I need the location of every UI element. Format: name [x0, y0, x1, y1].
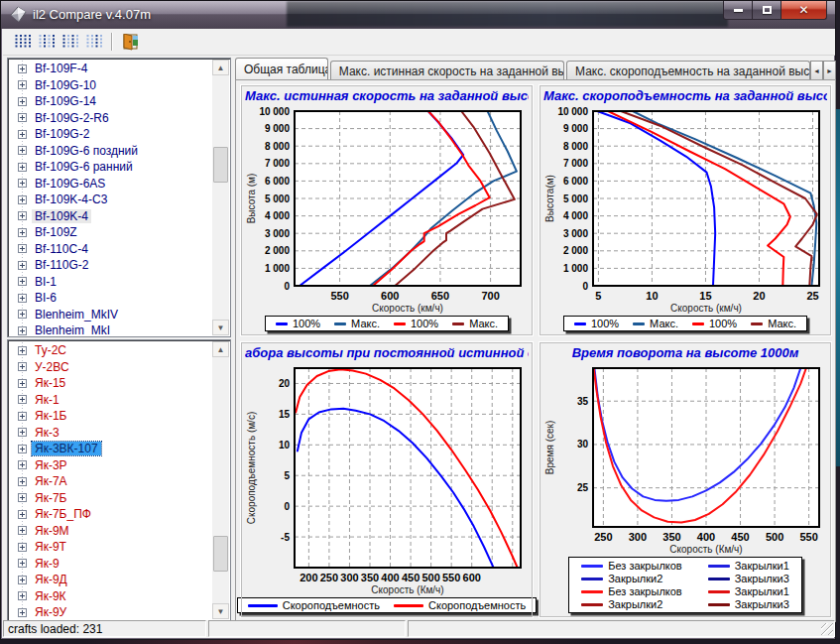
tree-row[interactable]: Як-1Б: [10, 408, 211, 425]
aircraft-item[interactable]: Як-1: [32, 393, 62, 407]
tree-row[interactable]: Ту-2С: [10, 342, 211, 359]
expand-plus-icon[interactable]: [18, 261, 27, 270]
aircraft-list-top[interactable]: Bf-109F-4Bf-109G-10Bf-109G-14Bf-109G-2-R…: [7, 58, 231, 337]
expand-plus-icon[interactable]: [18, 608, 27, 617]
aircraft-item[interactable]: Як-7А: [32, 474, 70, 488]
expand-plus-icon[interactable]: [18, 543, 27, 552]
expand-plus-icon[interactable]: [18, 526, 27, 535]
chart-layout-1-button[interactable]: [11, 31, 35, 53]
tree-row[interactable]: Як-9К: [10, 588, 211, 605]
tree-row[interactable]: Як-15: [10, 375, 211, 392]
tab-3[interactable]: Макс. скороподъемность на заданной выс: [566, 61, 810, 80]
aircraft-list-bottom[interactable]: Ту-2СУ-2ВСЯк-15Як-1Як-1БЯк-3Як-3ВК-107Як…: [7, 339, 231, 621]
tree-row[interactable]: Bf-109G-6AS: [10, 176, 211, 193]
tree-row[interactable]: Bf-109K-4: [10, 208, 211, 225]
expand-plus-icon[interactable]: [18, 395, 27, 404]
aircraft-item[interactable]: Як-9М: [32, 524, 72, 538]
scroll-down-icon[interactable]: ▼: [212, 320, 229, 335]
expand-plus-icon[interactable]: [18, 559, 27, 568]
aircraft-item[interactable]: Як-3ВК-107: [32, 442, 101, 455]
expand-plus-icon[interactable]: [18, 80, 27, 89]
expand-plus-icon[interactable]: [18, 294, 27, 303]
tree-row[interactable]: BI-6: [10, 290, 211, 307]
aircraft-list-top-scrollbar[interactable]: ▲ ▼: [212, 60, 229, 335]
maximize-button[interactable]: [753, 1, 780, 20]
aircraft-item[interactable]: Як-9: [32, 557, 62, 571]
aircraft-item[interactable]: Bf-109Z: [32, 225, 80, 239]
aircraft-item[interactable]: Як-15: [32, 376, 68, 390]
aircraft-item[interactable]: Bf-109G-14: [32, 94, 99, 108]
aircraft-item[interactable]: Ту-2С: [32, 343, 69, 357]
tree-row[interactable]: Як-9Д: [10, 572, 211, 588]
tree-row[interactable]: Bf-110G-2: [10, 257, 211, 274]
aircraft-item[interactable]: Bf-109K-4: [32, 209, 91, 223]
expand-plus-icon[interactable]: [18, 113, 27, 122]
aircraft-item[interactable]: Як-7Б: [32, 491, 69, 505]
aircraft-item[interactable]: Як-7Б_ПФ: [32, 507, 94, 521]
expand-plus-icon[interactable]: [18, 146, 27, 155]
tree-row[interactable]: Як-9У: [10, 604, 211, 619]
tree-row[interactable]: Як-9Т: [10, 539, 211, 556]
tab-scroll-left-icon[interactable]: ◄: [810, 61, 823, 80]
scroll-thumb[interactable]: [213, 536, 228, 572]
aircraft-item[interactable]: Bf-109G-2: [32, 127, 92, 141]
expand-plus-icon[interactable]: [18, 493, 27, 502]
aircraft-item[interactable]: Bf-109F-4: [32, 62, 90, 75]
tree-row[interactable]: Як-7А: [10, 473, 211, 490]
expand-plus-icon[interactable]: [18, 576, 27, 584]
exit-button[interactable]: [118, 31, 142, 53]
tab-2[interactable]: Макс. истинная скорость на заданной высо…: [330, 61, 564, 80]
aircraft-item[interactable]: Як-9Д: [32, 573, 70, 586]
tree-row[interactable]: Bf-109G-2-R6: [10, 110, 211, 127]
title-bar[interactable]: il2 Compare v.4.07m ✕: [1, 1, 835, 29]
expand-plus-icon[interactable]: [18, 412, 27, 421]
tree-row[interactable]: Як-7Б: [10, 490, 211, 507]
aircraft-item[interactable]: Blenheim_MkIV: [32, 308, 121, 322]
expand-plus-icon[interactable]: [18, 445, 27, 453]
aircraft-item[interactable]: Як-3Р: [32, 458, 70, 472]
expand-plus-icon[interactable]: [18, 460, 27, 469]
tree-row[interactable]: Bf-109G-2: [10, 126, 211, 143]
aircraft-item[interactable]: Як-1Б: [32, 409, 69, 423]
expand-plus-icon[interactable]: [18, 97, 27, 106]
tree-row[interactable]: Bf-109G-14: [10, 93, 211, 110]
close-button[interactable]: ✕: [780, 1, 827, 20]
resize-grip-icon[interactable]: [821, 623, 833, 635]
tree-row[interactable]: Як-9: [10, 556, 211, 573]
expand-plus-icon[interactable]: [18, 228, 27, 237]
expand-plus-icon[interactable]: [18, 362, 27, 371]
aircraft-item[interactable]: Як-9Т: [32, 540, 69, 554]
tree-row[interactable]: Як-7Б_ПФ: [10, 506, 211, 523]
aircraft-item[interactable]: Bf-109K-4-C3: [32, 193, 110, 206]
chart-layout-2-button[interactable]: [35, 31, 59, 53]
tree-row[interactable]: Як-3ВК-107: [10, 441, 211, 457]
tree-row[interactable]: Як-1: [10, 392, 211, 409]
expand-plus-icon[interactable]: [18, 163, 27, 172]
tree-row[interactable]: Bf-109K-4-C3: [10, 192, 211, 208]
scroll-down-icon[interactable]: ▼: [212, 603, 229, 619]
chart-layout-3-button[interactable]: [59, 31, 82, 53]
expand-plus-icon[interactable]: [18, 310, 27, 319]
aircraft-item[interactable]: Bf-109G-6AS: [32, 177, 108, 191]
expand-plus-icon[interactable]: [18, 64, 27, 73]
scroll-thumb[interactable]: [213, 147, 228, 183]
expand-plus-icon[interactable]: [18, 428, 27, 437]
tree-row[interactable]: Як-3: [10, 425, 211, 442]
aircraft-item[interactable]: Як-9У: [32, 605, 69, 619]
chart-layout-4-button[interactable]: [82, 31, 106, 53]
scroll-up-icon[interactable]: ▲: [212, 60, 229, 75]
aircraft-item[interactable]: BI-1: [32, 275, 60, 289]
tree-row[interactable]: Bf-109G-6 ранний: [10, 159, 211, 176]
tree-row[interactable]: Blenheim_MkIV: [10, 307, 211, 323]
aircraft-list-bottom-scrollbar[interactable]: ▲ ▼: [212, 341, 229, 619]
aircraft-item[interactable]: Bf-109G-10: [32, 78, 99, 92]
tree-row[interactable]: Bf-109Z: [10, 224, 211, 241]
aircraft-item[interactable]: Bf-109G-6 ранний: [32, 160, 136, 174]
aircraft-item[interactable]: У-2ВС: [32, 360, 72, 374]
aircraft-item[interactable]: Bf-110G-2: [32, 258, 91, 272]
expand-plus-icon[interactable]: [18, 195, 27, 204]
aircraft-item[interactable]: Як-3: [32, 426, 62, 440]
expand-plus-icon[interactable]: [18, 211, 27, 220]
aircraft-item[interactable]: BI-6: [32, 291, 60, 305]
expand-plus-icon[interactable]: [18, 379, 27, 388]
